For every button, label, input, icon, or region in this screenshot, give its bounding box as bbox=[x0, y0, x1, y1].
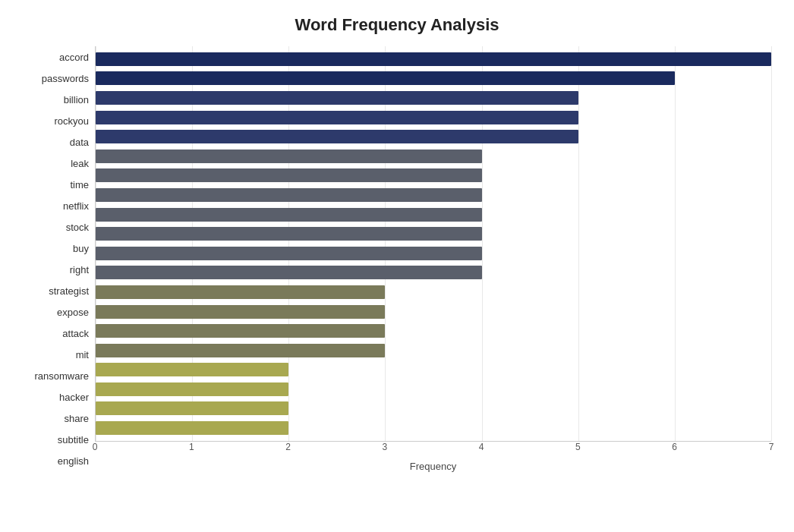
x-tick: 2 bbox=[281, 442, 296, 452]
chart-container: Word Frequency Analysis accordpasswordsb… bbox=[0, 0, 794, 532]
bar-row bbox=[96, 304, 771, 320]
bar bbox=[96, 227, 482, 241]
bar bbox=[96, 52, 771, 66]
x-tick: 5 bbox=[570, 442, 585, 452]
y-label: attack bbox=[62, 325, 89, 343]
bar bbox=[96, 150, 482, 163]
x-tick: 6 bbox=[667, 442, 682, 452]
bar-row bbox=[96, 109, 771, 126]
y-label: leak bbox=[71, 154, 89, 172]
chart-area: accordpasswordsbillionrockyoudataleaktim… bbox=[23, 46, 771, 472]
x-tick: 4 bbox=[474, 442, 489, 452]
bar-row bbox=[96, 361, 771, 378]
y-label: stock bbox=[66, 218, 89, 236]
bar-row bbox=[96, 167, 771, 184]
bar bbox=[96, 305, 385, 319]
bars-rows bbox=[96, 46, 771, 441]
bars-area bbox=[95, 46, 771, 442]
bar bbox=[96, 324, 385, 338]
y-label: right bbox=[70, 260, 89, 279]
y-label: strategist bbox=[49, 282, 89, 301]
y-label: share bbox=[64, 410, 89, 428]
x-axis-wrapper: 01234567 Frequency bbox=[95, 442, 771, 472]
bar-row bbox=[96, 206, 771, 223]
y-label: expose bbox=[57, 304, 89, 322]
y-label: data bbox=[70, 133, 89, 151]
bar bbox=[96, 168, 482, 182]
y-label: ransomware bbox=[34, 367, 89, 386]
y-label: buy bbox=[73, 239, 89, 257]
y-label: hacker bbox=[59, 389, 89, 407]
bar bbox=[96, 344, 385, 357]
bar-row bbox=[96, 51, 771, 68]
bar bbox=[96, 421, 288, 435]
y-label: accord bbox=[59, 48, 89, 66]
bars-and-xaxis: 01234567 Frequency bbox=[95, 46, 771, 472]
bar bbox=[96, 71, 675, 85]
y-axis: accordpasswordsbillionrockyoudataleaktim… bbox=[23, 46, 95, 472]
bar-row bbox=[96, 128, 771, 145]
bar-row bbox=[96, 225, 771, 242]
x-tick: 1 bbox=[184, 442, 199, 452]
x-tick: 0 bbox=[87, 442, 102, 452]
bar-row bbox=[96, 90, 771, 106]
y-label: time bbox=[70, 175, 89, 194]
x-ticks-row: 01234567 bbox=[95, 442, 771, 457]
bar bbox=[96, 208, 482, 222]
y-label: rockyou bbox=[54, 112, 89, 130]
bar bbox=[96, 130, 578, 143]
bar bbox=[96, 382, 288, 396]
y-label: billion bbox=[64, 90, 89, 109]
bar-row bbox=[96, 148, 771, 165]
bar bbox=[96, 91, 578, 105]
bar-row bbox=[96, 400, 771, 417]
bar-row bbox=[96, 420, 771, 436]
y-label: english bbox=[58, 452, 89, 471]
bar bbox=[96, 247, 482, 260]
bar-row bbox=[96, 323, 771, 339]
y-label: passwords bbox=[42, 69, 89, 87]
y-label: netflix bbox=[63, 197, 89, 215]
bar-row bbox=[96, 284, 771, 301]
bar bbox=[96, 266, 482, 279]
bar-row bbox=[96, 264, 771, 281]
chart-title: Word Frequency Analysis bbox=[23, 15, 771, 35]
bar bbox=[96, 285, 385, 299]
x-axis-label: Frequency bbox=[95, 461, 771, 472]
bar-row bbox=[96, 187, 771, 203]
bar bbox=[96, 401, 288, 415]
x-tick: 3 bbox=[377, 442, 392, 452]
bar bbox=[96, 363, 288, 376]
bar-row bbox=[96, 342, 771, 359]
y-label: mit bbox=[76, 346, 89, 364]
bar-row bbox=[96, 245, 771, 262]
bar bbox=[96, 188, 482, 202]
x-tick: 7 bbox=[764, 442, 779, 452]
bar-row bbox=[96, 70, 771, 87]
grid-line bbox=[771, 46, 772, 441]
y-label: subtitle bbox=[58, 431, 89, 449]
bar bbox=[96, 111, 578, 124]
bar-row bbox=[96, 381, 771, 398]
